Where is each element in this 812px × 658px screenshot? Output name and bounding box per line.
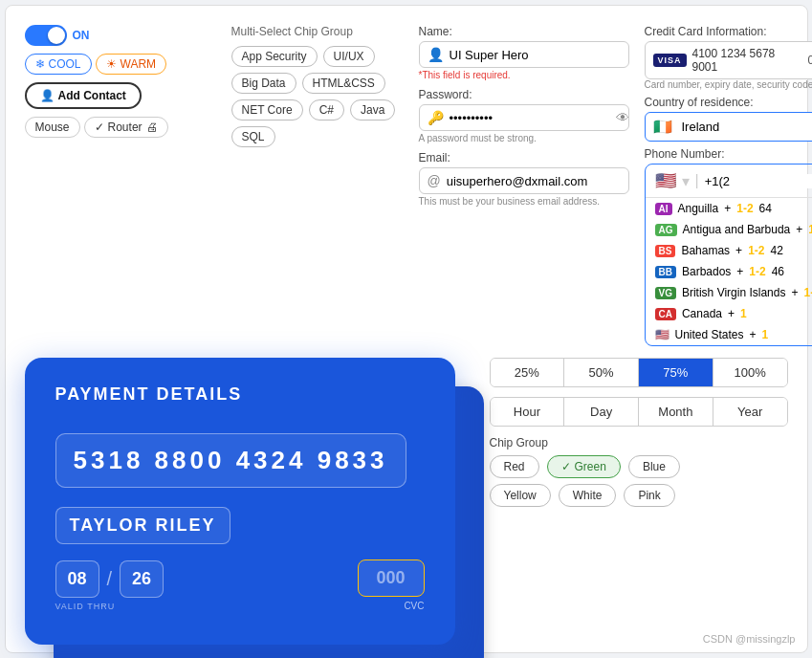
country-name-bb: Barbados (682, 265, 731, 278)
eye-icon[interactable]: 👁 (616, 110, 629, 125)
cc-number: 4100 1234 5678 9001 (692, 47, 802, 74)
password-input[interactable] (450, 111, 610, 125)
chip-net-core[interactable]: NET Core (231, 99, 303, 121)
check-green-icon: ✓ (561, 460, 571, 473)
top-row: ON ❄ COOL ☀ WARM 👤 Add Contact (25, 25, 788, 346)
us-flag-icon: 🇺🇸 (655, 328, 669, 341)
printer-icon: 🖨 (146, 121, 158, 134)
watermark: CSDN @missingzlp (703, 633, 796, 645)
percent-75-btn[interactable]: 75% (639, 359, 713, 386)
valid-thru-label: VALID THRU (55, 602, 165, 611)
chip-big-data[interactable]: Big Data (231, 73, 296, 94)
expiry-group: 08 / 26 VALID THRU (55, 560, 165, 611)
chip-html-css[interactable]: HTML&CSS (302, 73, 385, 94)
cc-expiry: 09/22 (808, 54, 812, 67)
email-field-group: Email: @ This must be your business emai… (419, 151, 629, 207)
phone-input[interactable] (705, 174, 812, 188)
badge-bs: BS (655, 245, 676, 257)
mouse-chip[interactable]: Mouse (25, 117, 80, 138)
expiry-month: 08 (55, 560, 99, 598)
add-contact-label: Add Contact (58, 89, 126, 102)
cc-input-wrapper: VISA 4100 1234 5678 9001 09/22 321 (645, 41, 813, 79)
check-icon: ✓ (95, 121, 104, 134)
cvc-input[interactable]: 000 (358, 559, 425, 597)
chip-color-row-2: Yellow White Pink (490, 484, 788, 507)
country-label: Country of residence: (645, 96, 813, 109)
name-label: Name: (419, 25, 629, 38)
percent-100-btn[interactable]: 100% (713, 359, 787, 386)
day-btn[interactable]: Day (564, 398, 639, 426)
percent-50-btn[interactable]: 50% (564, 359, 639, 386)
payment-section: PAYMENT DETAILS 5318 8800 4324 9833 TAYL… (25, 358, 474, 658)
cc-hint: Card number, expiry date, security code (645, 79, 813, 90)
email-input-wrapper: @ (419, 167, 629, 194)
chip-ui-ux[interactable]: UI/UX (323, 46, 375, 67)
phone-input-row: 🇺🇸 ▾ | (646, 164, 813, 198)
phone-section: 🇺🇸 ▾ | AI Anguilla +1-264 AG (645, 164, 813, 346)
cvc-section: 000 CVC (358, 559, 425, 611)
flag-separator: ▾ (682, 172, 690, 190)
chip-group-bottom: Chip Group Red ✓ Green Blue Yellow White… (490, 436, 788, 507)
warm-icon: ☀ (106, 57, 117, 71)
main-container: ON ❄ COOL ☀ WARM 👤 Add Contact (5, 5, 808, 653)
router-chip[interactable]: ✓ Router 🖨 (84, 117, 168, 138)
chip-row-2: Big Data HTML&CSS (231, 73, 404, 94)
name-field-group: Name: 👤 *This field is required. (419, 25, 629, 80)
phone-option-vg[interactable]: VG British Virgin Islands +1-284 (646, 282, 813, 303)
chip-pink[interactable]: Pink (624, 484, 674, 507)
warm-chip[interactable]: ☀ WARM (96, 54, 167, 75)
chip-row-1: App Security UI/UX (231, 46, 404, 67)
month-btn[interactable]: Month (639, 398, 713, 426)
country-name-ca: Canada (682, 307, 722, 320)
phone-option-bs[interactable]: BS Bahamas +1-242 (646, 240, 813, 261)
form-panel: Name: 👤 *This field is required. Passwor… (419, 25, 629, 207)
mouse-router-row: Mouse ✓ Router 🖨 (25, 117, 216, 138)
credit-card-panel: Credit Card Information: VISA 4100 1234 … (645, 25, 813, 346)
badge-ai: AI (655, 203, 672, 215)
mouse-label: Mouse (35, 121, 70, 134)
chip-white[interactable]: White (559, 484, 617, 507)
country-select[interactable]: Ireland United Kingdom Germany France Un… (678, 119, 813, 135)
chip-csharp[interactable]: C# (309, 99, 344, 121)
toggle-row: ON (25, 25, 216, 46)
right-panel: 25% 50% 75% 100% Hour Day Month Year Chi… (490, 358, 788, 658)
chip-green[interactable]: ✓ Green (547, 455, 621, 478)
phone-label: Phone Number: (645, 147, 813, 161)
year-btn[interactable]: Year (713, 398, 787, 426)
cool-chip[interactable]: ❄ COOL (25, 54, 92, 75)
ireland-flag: 🇮🇪 (653, 118, 672, 136)
person-icon: 👤 (40, 89, 55, 102)
phone-option-ca[interactable]: CA Canada +1 (646, 303, 813, 324)
chip-sql[interactable]: SQL (231, 126, 275, 147)
payment-title: PAYMENT DETAILS (55, 384, 425, 405)
slash: / (107, 568, 113, 590)
chip-blue[interactable]: Blue (628, 455, 680, 478)
cc-info-group: Credit Card Information: VISA 4100 1234 … (645, 25, 813, 90)
phone-option-ag[interactable]: AG Antigua and Barbuda +1-268 (646, 219, 813, 240)
chip-app-security[interactable]: App Security (231, 46, 318, 67)
toggle-switch[interactable] (25, 25, 67, 46)
phone-option-ai[interactable]: AI Anguilla +1-264 (646, 198, 813, 219)
badge-bb: BB (655, 266, 676, 278)
email-input[interactable] (447, 174, 621, 188)
hour-btn[interactable]: Hour (491, 398, 565, 426)
chip-java[interactable]: Java (350, 99, 395, 121)
chip-yellow[interactable]: Yellow (490, 484, 551, 507)
phone-option-bb[interactable]: BB Barbados +1-246 (646, 261, 813, 282)
name-input[interactable] (450, 48, 621, 62)
person-input-icon: 👤 (428, 47, 444, 62)
name-input-wrapper: 👤 (419, 41, 629, 68)
chip-group-bottom-title: Chip Group (490, 436, 788, 450)
email-label: Email: (419, 151, 629, 164)
expiry-year: 26 (120, 560, 164, 598)
password-input-wrapper: 🔑 👁 (419, 104, 629, 131)
add-contact-button[interactable]: 👤 Add Contact (25, 82, 142, 109)
at-icon: @ (428, 173, 441, 188)
chip-row-3: NET Core C# Java (231, 99, 404, 121)
chip-red[interactable]: Red (490, 455, 539, 478)
percent-25-btn[interactable]: 25% (491, 359, 565, 386)
toggle-knob (48, 27, 65, 44)
cool-icon: ❄ (35, 57, 45, 71)
key-icon: 🔑 (428, 110, 444, 125)
phone-option-us[interactable]: 🇺🇸 United States +1 (646, 324, 813, 345)
